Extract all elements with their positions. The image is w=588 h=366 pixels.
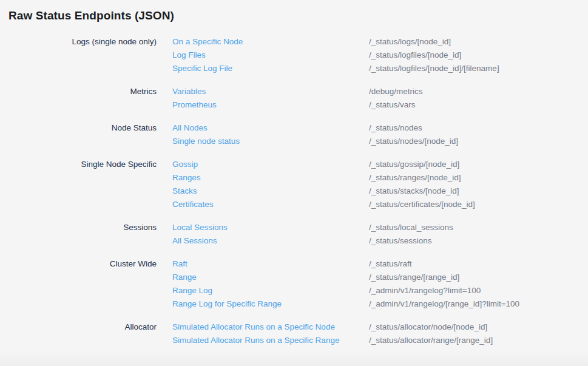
- endpoint-row: Metrics Variables /debug/metrics: [0, 85, 588, 98]
- page-title: Raw Status Endpoints (JSON): [0, 0, 588, 23]
- endpoint-table: Logs (single node only) On a Specific No…: [0, 35, 588, 347]
- endpoint-row: Cluster Wide Raft /_status/raft: [0, 257, 588, 271]
- endpoint-row: Log Files /_status/logfiles/[node_id]: [0, 49, 588, 62]
- endpoint-section: Single Node Specific Gossip /_status/gos…: [0, 158, 588, 211]
- endpoint-link[interactable]: Simulated Allocator Runs on a Specific N…: [157, 320, 369, 334]
- endpoint-link[interactable]: Ranges: [157, 171, 369, 185]
- category-label: Allocator: [0, 320, 157, 334]
- endpoint-section: Node Status All Nodes /_status/nodes Sin…: [0, 121, 588, 148]
- endpoint-row: Single node status /_status/nodes/[node_…: [0, 135, 588, 148]
- endpoint-row: Allocator Simulated Allocator Runs on a …: [0, 320, 588, 334]
- endpoint-link[interactable]: Single node status: [157, 135, 369, 148]
- endpoint-row: Ranges /_status/ranges/[node_id]: [0, 171, 588, 185]
- category-label: Node Status: [0, 121, 157, 135]
- endpoint-row: All Sessions /_status/sessions: [0, 234, 588, 248]
- endpoint-link[interactable]: All Nodes: [157, 121, 369, 135]
- endpoint-path: /_status/nodes: [369, 121, 422, 135]
- endpoint-row: Range Log for Specific Range /_admin/v1/…: [0, 297, 588, 311]
- endpoint-link[interactable]: Variables: [157, 85, 369, 98]
- endpoint-section: Sessions Local Sessions /_status/local_s…: [0, 221, 588, 248]
- endpoint-row: Stacks /_status/stacks/[node_id]: [0, 185, 588, 198]
- endpoint-path: /_status/range/[range_id]: [369, 271, 459, 284]
- category-label: Single Node Specific: [0, 158, 157, 171]
- endpoint-row: Simulated Allocator Runs on a Specific R…: [0, 334, 588, 347]
- endpoint-path: /_status/allocator/node/[node_id]: [369, 320, 487, 334]
- debug-endpoints-page: Raw Status Endpoints (JSON) Logs (single…: [0, 0, 588, 347]
- endpoint-section: Logs (single node only) On a Specific No…: [0, 35, 588, 75]
- endpoint-path: /_status/sessions: [369, 234, 432, 248]
- endpoint-path: /_status/raft: [369, 257, 412, 271]
- endpoint-row: Range Log /_admin/v1/rangelog?limit=100: [0, 284, 588, 297]
- endpoint-link[interactable]: On a Specific Node: [157, 35, 369, 49]
- category-label: Logs (single node only): [0, 35, 157, 49]
- endpoint-link[interactable]: Range Log for Specific Range: [157, 297, 369, 311]
- endpoint-path: /_status/nodes/[node_id]: [369, 135, 458, 148]
- endpoint-link[interactable]: Stacks: [157, 185, 369, 198]
- endpoint-link[interactable]: Local Sessions: [157, 221, 369, 234]
- endpoint-section: Allocator Simulated Allocator Runs on a …: [0, 320, 588, 347]
- endpoint-link[interactable]: Range: [157, 271, 369, 284]
- endpoint-link[interactable]: Range Log: [157, 284, 369, 297]
- endpoint-row: Sessions Local Sessions /_status/local_s…: [0, 221, 588, 234]
- endpoint-link[interactable]: Simulated Allocator Runs on a Specific R…: [157, 334, 369, 347]
- endpoint-link[interactable]: Certificates: [157, 198, 369, 211]
- endpoint-section: Cluster Wide Raft /_status/raft Range /_…: [0, 257, 588, 311]
- endpoint-path: /_status/logfiles/[node_id]/[filename]: [369, 62, 499, 75]
- endpoint-row: Range /_status/range/[range_id]: [0, 271, 588, 284]
- endpoint-section: Metrics Variables /debug/metrics Prometh…: [0, 85, 588, 112]
- endpoint-link[interactable]: Raft: [157, 257, 369, 271]
- endpoint-row: Specific Log File /_status/logfiles/[nod…: [0, 62, 588, 75]
- endpoint-path: /_status/ranges/[node_id]: [369, 171, 461, 185]
- endpoint-link[interactable]: Log Files: [157, 49, 369, 62]
- endpoint-path: /_status/stacks/[node_id]: [369, 185, 459, 198]
- endpoint-path: /_admin/v1/rangelog/[range_id]?limit=100: [369, 297, 519, 311]
- endpoint-path: /_status/vars: [369, 98, 416, 112]
- endpoint-link[interactable]: All Sessions: [157, 234, 369, 248]
- endpoint-path: /_status/certificates/[node_id]: [369, 198, 475, 211]
- endpoint-link[interactable]: Prometheus: [157, 98, 369, 112]
- endpoint-row: Node Status All Nodes /_status/nodes: [0, 121, 588, 135]
- endpoint-path: /_status/allocator/range/[range_id]: [369, 334, 493, 347]
- endpoint-path: /_status/logs/[node_id]: [369, 35, 451, 49]
- category-label: Sessions: [0, 221, 157, 234]
- endpoint-link[interactable]: Specific Log File: [157, 62, 369, 75]
- endpoint-row: Certificates /_status/certificates/[node…: [0, 198, 588, 211]
- endpoint-path: /_admin/v1/rangelog?limit=100: [369, 284, 481, 297]
- endpoint-path: /_status/gossip/[node_id]: [369, 158, 459, 171]
- endpoint-row: Logs (single node only) On a Specific No…: [0, 35, 588, 49]
- endpoint-row: Single Node Specific Gossip /_status/gos…: [0, 158, 588, 171]
- category-label: Cluster Wide: [0, 257, 157, 271]
- endpoint-link[interactable]: Gossip: [157, 158, 369, 171]
- endpoint-path: /_status/local_sessions: [369, 221, 453, 234]
- endpoint-path: /_status/logfiles/[node_id]: [369, 49, 461, 62]
- category-label: Metrics: [0, 85, 157, 98]
- endpoint-row: Prometheus /_status/vars: [0, 98, 588, 112]
- endpoint-path: /debug/metrics: [369, 85, 423, 98]
